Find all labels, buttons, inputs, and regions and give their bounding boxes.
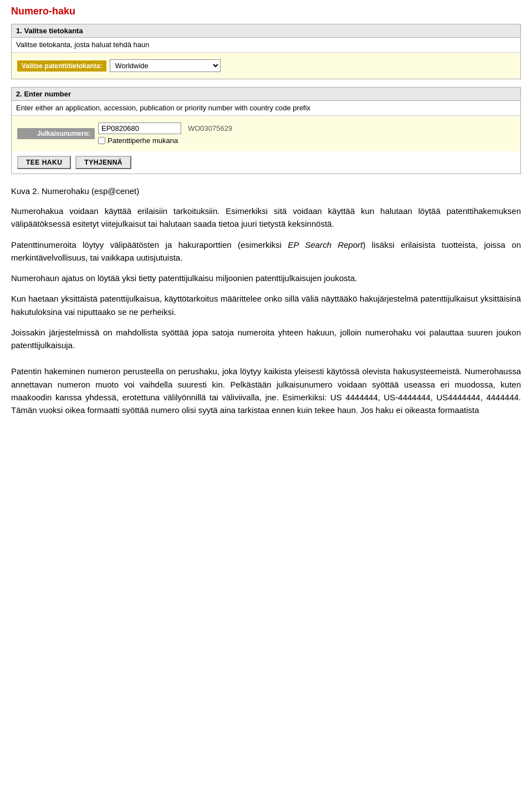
paragraph-3: Numerohaun ajatus on löytää yksi tietty … bbox=[11, 272, 521, 284]
section-2-box: 2. Enter number Enter either an applicat… bbox=[11, 87, 521, 174]
database-select[interactable]: Worldwide EP WO US bbox=[110, 59, 221, 72]
paragraph-4: Kun haetaan yksittäistä patenttijulkaisu… bbox=[11, 292, 521, 318]
figure-caption: Kuva 2. Numerohaku (esp@cenet) bbox=[11, 186, 521, 196]
number-row: Julkaisunumero: WO03075629 Patenttiperhe… bbox=[17, 123, 515, 145]
family-checkbox-row: Patenttiperhe mukana bbox=[98, 136, 232, 145]
database-field-label: Valitse patenttitietokanta: bbox=[17, 60, 106, 72]
clear-button[interactable]: TYHJENNÄ bbox=[75, 156, 131, 169]
family-checkbox[interactable] bbox=[98, 137, 105, 144]
paragraph-6: Patentin hakeminen numeron perusteella o… bbox=[11, 365, 521, 416]
page-title: Numero-haku bbox=[11, 6, 521, 17]
paragraph-2: Patenttinumeroita löytyy välipäätösten j… bbox=[11, 238, 521, 264]
number-field-label: Julkaisunumero: bbox=[17, 128, 95, 139]
section-1-description: Valitse tietokanta, josta haluat tehdä h… bbox=[12, 38, 520, 53]
section-1-header: 1. Valitse tietokanta bbox=[12, 24, 520, 38]
section-1-box: 1. Valitse tietokanta Valitse tietokanta… bbox=[11, 24, 521, 79]
section-1-body: Valitse patenttitietokanta: Worldwide EP… bbox=[12, 53, 520, 79]
button-row: TEE HAKU TYHJENNÄ bbox=[12, 151, 520, 174]
extra-number: WO03075629 bbox=[188, 124, 232, 133]
section-2-body: Julkaisunumero: WO03075629 Patenttiperhe… bbox=[12, 116, 520, 151]
paragraph-5: Joissakin järjestelmissä on mahdollista … bbox=[11, 326, 521, 352]
search-button[interactable]: TEE HAKU bbox=[17, 156, 71, 169]
number-input-group: WO03075629 Patenttiperhe mukana bbox=[98, 123, 232, 145]
section-2-header: 2. Enter number bbox=[12, 88, 520, 101]
database-row: Valitse patenttitietokanta: Worldwide EP… bbox=[17, 59, 515, 72]
publication-number-input[interactable] bbox=[98, 123, 181, 134]
paragraph-1: Numerohakua voidaan käyttää erilaisiin t… bbox=[11, 205, 521, 231]
spacer bbox=[11, 359, 521, 365]
family-checkbox-label: Patenttiperhe mukana bbox=[108, 136, 178, 145]
section-2-description: Enter either an application, accession, … bbox=[12, 101, 520, 116]
